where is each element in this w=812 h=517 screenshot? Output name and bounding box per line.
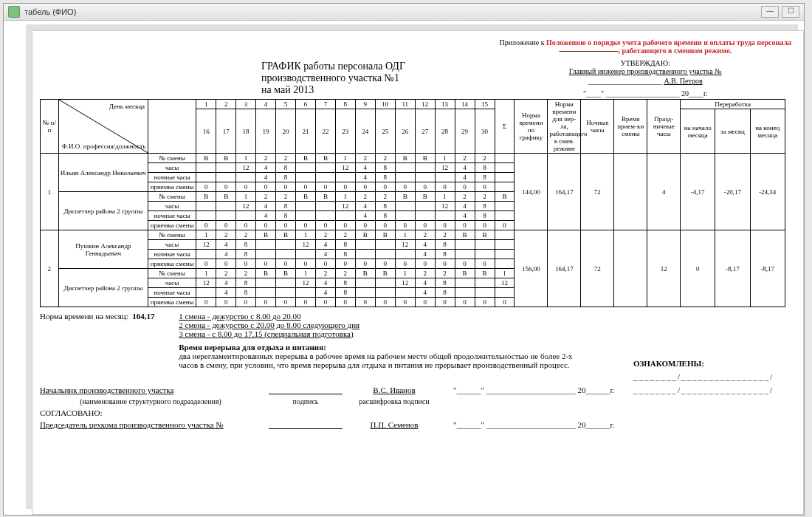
minimize-button[interactable]: — xyxy=(761,6,779,18)
diagonal-header: День месяца Ф.И.О. профессия/должность xyxy=(58,100,148,154)
maximize-button[interactable]: ☐ xyxy=(782,6,799,18)
window-title: табель (ФИО) xyxy=(24,7,76,16)
app-window: табель (ФИО) — ☐ Приложение к Положению … xyxy=(3,3,805,516)
document: Приложение к Положению о порядке учета р… xyxy=(32,30,804,515)
signatures: Начальник производственного участка В.С.… xyxy=(40,386,796,429)
approval-block: Приложение к Положению о порядке учета р… xyxy=(500,38,791,97)
timesheet-table: № п/п День месяца Ф.И.О. профессия/должн… xyxy=(40,99,785,307)
app-icon xyxy=(8,6,20,18)
titlebar: табель (ФИО) — ☐ xyxy=(4,4,804,21)
